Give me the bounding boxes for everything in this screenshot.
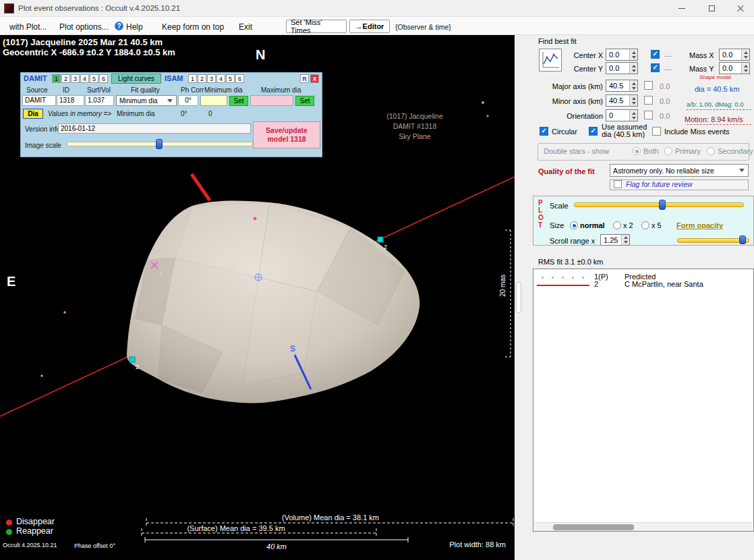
memory-ph-corr: 0° bbox=[181, 110, 187, 117]
major-axis-arrows[interactable] bbox=[629, 80, 637, 91]
save-update-model-button[interactable]: Save/update model 1318 bbox=[253, 121, 320, 148]
scale-label: Scale bbox=[550, 202, 569, 210]
memory-fit-quality: Minimum dia bbox=[117, 110, 155, 117]
menu-observer-time[interactable]: {Observer & time} bbox=[395, 23, 451, 31]
damit-tab-5[interactable]: 5 bbox=[90, 74, 98, 83]
damit-tab-2[interactable]: 2 bbox=[61, 74, 70, 83]
menu-plot-options[interactable]: Plot options... bbox=[59, 22, 109, 32]
col-source: Source bbox=[26, 86, 48, 94]
center-y-spinner[interactable]: 0.0 bbox=[606, 62, 638, 74]
menu-exit[interactable]: Exit bbox=[239, 22, 252, 32]
dia-button[interactable]: Dia bbox=[23, 109, 43, 119]
north-label: N bbox=[256, 47, 265, 63]
size-x2-radio[interactable] bbox=[613, 221, 621, 229]
mass-x-value: 0.0 bbox=[720, 49, 741, 60]
list-horizontal-scrollbar[interactable] bbox=[534, 522, 753, 531]
damit-tab-6[interactable]: 6 bbox=[99, 74, 108, 83]
major-axis-spinner[interactable]: 40.5 bbox=[606, 80, 638, 92]
isam-tab-3[interactable]: 3 bbox=[207, 74, 216, 83]
chart-icon bbox=[540, 49, 561, 71]
double-stars-secondary-radio[interactable] bbox=[707, 147, 715, 155]
major-axis-checkbox[interactable] bbox=[644, 81, 653, 90]
image-scale-label: Image scale bbox=[25, 142, 61, 149]
isam-tab-5[interactable]: 5 bbox=[226, 74, 235, 83]
menu-help[interactable]: Help bbox=[126, 22, 143, 32]
scale-slider-thumb[interactable] bbox=[659, 200, 666, 210]
orientation-arrows[interactable] bbox=[629, 110, 637, 121]
scroll-range-spinner[interactable]: 1.25 bbox=[600, 234, 630, 246]
quality-dropdown[interactable]: Astrometry only. No reliable size bbox=[610, 164, 749, 177]
scroll-range-arrows[interactable] bbox=[621, 235, 629, 245]
motion-info: Motion: 8.94 km/s bbox=[685, 115, 743, 123]
mass-y-spinner[interactable]: 0.0 bbox=[719, 62, 750, 74]
form-opacity-track[interactable] bbox=[677, 238, 749, 243]
set-miss-times-button[interactable]: Set 'Miss' Times bbox=[286, 20, 347, 33]
mass-y-arrows[interactable] bbox=[741, 63, 749, 74]
double-stars-primary-radio[interactable] bbox=[664, 147, 672, 155]
save-update-line1: Save/update bbox=[254, 126, 320, 135]
isam-tab-2[interactable]: 2 bbox=[198, 74, 206, 83]
find-best-fit-label: Find best fit bbox=[538, 37, 577, 45]
double-stars-primary-label: Primary bbox=[675, 147, 701, 155]
menu-with-plot[interactable]: with Plot... bbox=[9, 22, 47, 32]
flag-review-checkbox[interactable] bbox=[614, 180, 622, 188]
light-curves-button[interactable]: Light curves bbox=[111, 74, 161, 84]
image-scale-slider[interactable] bbox=[67, 139, 253, 150]
size-label: Size bbox=[550, 221, 564, 229]
orientation-checkbox[interactable] bbox=[644, 111, 653, 119]
best-fit-chart-button[interactable] bbox=[539, 49, 562, 72]
isam-tab-4[interactable]: 4 bbox=[216, 74, 225, 83]
maximize-button[interactable] bbox=[697, 0, 726, 17]
center-x-checkbox[interactable] bbox=[651, 50, 660, 59]
damit-tab-1[interactable]: 1 bbox=[52, 74, 61, 83]
minor-axis-spinner[interactable]: 40.5 bbox=[606, 94, 638, 107]
col-maximum-dia: Maximum dia bbox=[261, 86, 301, 94]
center-x-arrows[interactable] bbox=[629, 49, 637, 60]
mass-y-value: 0.0 bbox=[720, 63, 741, 74]
form-opacity-thumb[interactable] bbox=[739, 235, 746, 244]
scale-slider[interactable] bbox=[574, 200, 744, 211]
mass-x-spinner[interactable]: 0.0 bbox=[719, 49, 750, 61]
close-panel-button[interactable]: X bbox=[310, 74, 319, 83]
mass-x-arrows[interactable] bbox=[741, 49, 749, 60]
minor-axis-arrows[interactable] bbox=[629, 95, 637, 106]
isam-tab-6[interactable]: 6 bbox=[235, 74, 244, 83]
damit-tab-4[interactable]: 4 bbox=[80, 74, 89, 83]
editor-button[interactable]: →Editor bbox=[349, 20, 390, 33]
close-button[interactable] bbox=[727, 0, 754, 17]
use-assumed-checkbox[interactable] bbox=[589, 127, 598, 136]
orientation-spinner[interactable]: 0 bbox=[606, 109, 638, 121]
include-miss-checkbox[interactable] bbox=[652, 127, 661, 136]
form-opacity-label: Form opacity bbox=[676, 221, 723, 229]
size-normal-radio[interactable] bbox=[570, 221, 578, 229]
form-opacity-slider[interactable] bbox=[677, 235, 749, 245]
set-max-button[interactable]: Set bbox=[295, 96, 314, 106]
center-x-spinner[interactable]: 0.0 bbox=[606, 49, 638, 61]
orientation-label: Orientation bbox=[548, 112, 603, 120]
minimize-button[interactable] bbox=[668, 0, 696, 17]
circular-checkbox[interactable] bbox=[540, 127, 548, 136]
center-y-arrows[interactable] bbox=[629, 63, 637, 74]
fit-quality-dropdown[interactable]: Minimum dia bbox=[116, 95, 177, 106]
refresh-button[interactable]: R bbox=[300, 74, 309, 83]
vertical-scroll-thumb[interactable] bbox=[516, 282, 521, 313]
observations-list[interactable]: 1(P) Predicted 2 C McPartlin, near Santa bbox=[533, 269, 754, 532]
double-stars-both-radio[interactable] bbox=[633, 147, 641, 155]
maximum-dia-input[interactable] bbox=[250, 95, 293, 106]
image-scale-thumb[interactable] bbox=[156, 139, 163, 149]
center-y-checkbox[interactable] bbox=[651, 63, 660, 72]
rms-fit-label: RMS fit 3.1 ±0.0 km bbox=[538, 258, 604, 266]
list-scrollbar-thumb[interactable] bbox=[553, 524, 634, 530]
plot-letter-t: T bbox=[538, 221, 542, 229]
set-min-button[interactable]: Set bbox=[229, 96, 248, 106]
damit-tab-3[interactable]: 3 bbox=[71, 74, 80, 83]
size-x5-radio[interactable] bbox=[641, 221, 649, 229]
isam-tab-1[interactable]: 1 bbox=[188, 74, 197, 83]
center-x-dashes: --- bbox=[664, 51, 672, 59]
sky-plot-area[interactable]: (1017) Jacqueline 2025 Mar 21 40.5 km Ge… bbox=[0, 35, 515, 560]
menu-keep-on-top[interactable]: Keep form on top bbox=[162, 22, 224, 32]
damit-panel: DAMIT 1 2 3 4 5 6 Light curves ISAM 1 2 … bbox=[20, 72, 322, 157]
minimum-dia-input[interactable] bbox=[200, 95, 227, 106]
minor-axis-checkbox[interactable] bbox=[644, 96, 653, 105]
size-x5-label: x 5 bbox=[651, 221, 662, 229]
